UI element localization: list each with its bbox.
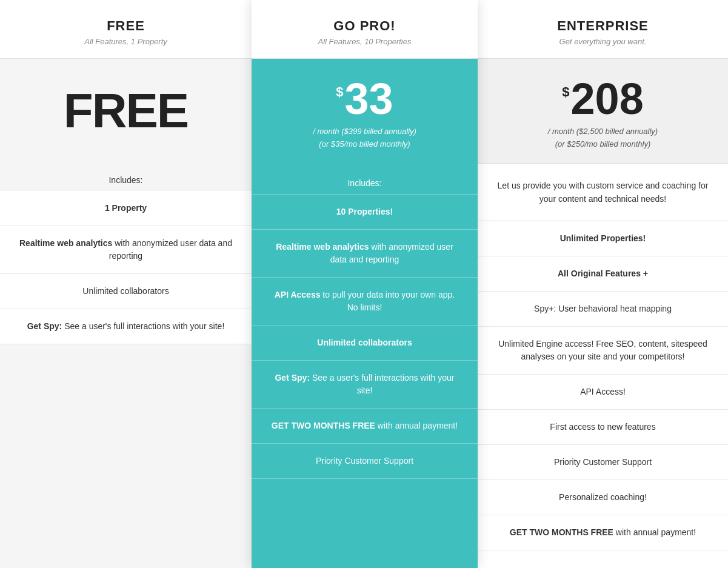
pro-price-dollar: $ — [336, 84, 343, 100]
pro-feature-api-bold: API Access — [275, 290, 321, 299]
free-price-box: FREE — [0, 59, 252, 163]
pro-feature-spy-rest: See a user's full interactions with your… — [310, 373, 454, 395]
pro-price-desc: / month ($399 billed annually) (or $35/m… — [264, 125, 466, 151]
enterprise-feature-engine: Unlimited Engine access! Free SEO, conte… — [478, 327, 728, 375]
pro-price-amount: $ 33 — [264, 77, 466, 121]
pro-price-desc-line2: (or $35/mo billed monthly) — [319, 139, 410, 149]
pro-feature-support: Priority Customer Support — [252, 444, 478, 479]
enterprise-feature-twomonths-bold: GET TWO MONTHS FREE — [510, 527, 613, 537]
free-feature-collaborators: Unlimited collaborators — [0, 274, 252, 309]
enterprise-price-number: 208 — [571, 77, 644, 121]
free-feature-analytics-rest: with anonymized user data and reporting — [109, 238, 232, 261]
pro-feature-spy: Get Spy: See a user's full interactions … — [252, 361, 478, 409]
enterprise-price-desc-line2: (or $250/mo billed monthly) — [555, 139, 651, 149]
enterprise-feature-properties-bold: Unlimited Properties! — [560, 233, 646, 243]
enterprise-feature-twomonths: GET TWO MONTHS FREE with annual payment! — [478, 515, 728, 550]
pro-feature-collaborators-bold: Unlimited collaborators — [317, 338, 412, 347]
enterprise-feature-spy-plus: Spy+: User behavioral heat mapping — [478, 292, 728, 327]
enterprise-feature-support-text: Priority Customer Support — [554, 457, 652, 467]
pro-price-number: 33 — [345, 77, 393, 121]
pro-price-box: $ 33 / month ($399 billed annually) (or … — [252, 59, 478, 166]
enterprise-custom-desc: Let us provide you with custom service a… — [478, 164, 728, 222]
free-feature-analytics: Realtime web analytics with anonymized u… — [0, 226, 252, 274]
pro-feature-twomonths: GET TWO MONTHS FREE with annual payment! — [252, 409, 478, 444]
free-feature-property-bold: 1 Property — [105, 203, 147, 213]
pro-feature-api: API Access to pull your data into your o… — [252, 278, 478, 326]
pro-plan-name: GO PRO! — [264, 18, 466, 34]
pro-price-desc-line1: / month ($399 billed annually) — [313, 127, 416, 136]
free-feature-spy-rest: See a user's full interactions with your… — [62, 321, 224, 331]
pro-feature-support-text: Priority Customer Support — [316, 456, 413, 466]
enterprise-features-list: Unlimited Properties! All Original Featu… — [478, 221, 728, 568]
free-plan-header: FREE All Features, 1 Property — [0, 0, 252, 59]
enterprise-feature-original: All Original Features + — [478, 256, 728, 292]
pro-feature-property-bold: 10 Properties! — [336, 207, 393, 216]
pro-feature-analytics-bold: Realtime web analytics — [276, 242, 369, 252]
pro-plan-header: GO PRO! All Features, 10 Properties — [252, 0, 478, 59]
enterprise-feature-properties: Unlimited Properties! — [478, 221, 728, 256]
free-feature-collaborators-text: Unlimited collaborators — [82, 286, 169, 296]
free-feature-spy: Get Spy: See a user's full interactions … — [0, 309, 252, 344]
enterprise-price-dollar: $ — [562, 84, 569, 100]
pro-feature-twomonths-rest: with annual payment! — [375, 421, 458, 430]
enterprise-feature-coaching-text: Personalized coaching! — [559, 492, 647, 502]
enterprise-feature-support: Priority Customer Support — [478, 445, 728, 480]
free-plan-subtitle: All Features, 1 Property — [12, 37, 239, 46]
pro-feature-analytics: Realtime web analytics with anonymized u… — [252, 230, 478, 278]
enterprise-feature-api: API Access! — [478, 375, 728, 410]
pro-includes-label: Includes: — [252, 166, 478, 195]
pro-feature-spy-bold: Get Spy: — [275, 373, 310, 383]
pro-plan-column: GO PRO! All Features, 10 Properties $ 33… — [252, 0, 478, 568]
enterprise-plan-header: ENTERPRISE Get everything you want. — [478, 0, 728, 59]
pro-features-list: Includes: 10 Properties! Realtime web an… — [252, 166, 478, 568]
free-features-list: Includes: 1 Property Realtime web analyt… — [0, 163, 252, 568]
enterprise-feature-original-bold: All Original Features + — [558, 269, 648, 278]
free-plan-column: FREE All Features, 1 Property FREE Inclu… — [0, 0, 252, 568]
free-feature-property: 1 Property — [0, 191, 252, 226]
enterprise-price-desc-line1: / month ($2,500 billed annually) — [548, 127, 658, 136]
free-feature-analytics-bold: Realtime web analytics — [19, 238, 112, 248]
enterprise-feature-spy-plus-text: Spy+: User behavioral heat mapping — [534, 304, 672, 313]
pricing-container: FREE All Features, 1 Property FREE Inclu… — [0, 0, 728, 568]
enterprise-price-amount: $ 208 — [490, 77, 716, 121]
enterprise-price-box: $ 208 / month ($2,500 billed annually) (… — [478, 59, 728, 164]
enterprise-feature-first-access-text: First access to new features — [550, 422, 655, 432]
enterprise-feature-first-access: First access to new features — [478, 410, 728, 445]
enterprise-feature-engine-text: Unlimited Engine access! Free SEO, conte… — [498, 339, 707, 361]
enterprise-feature-coaching: Personalized coaching! — [478, 480, 728, 515]
enterprise-plan-name: ENTERPRISE — [490, 18, 716, 34]
enterprise-price-desc: / month ($2,500 billed annually) (or $25… — [490, 125, 716, 151]
enterprise-feature-twomonths-rest: with annual payment! — [613, 527, 696, 537]
pro-feature-collaborators: Unlimited collaborators — [252, 326, 478, 361]
pro-plan-subtitle: All Features, 10 Properties — [264, 37, 466, 46]
free-plan-name: FREE — [12, 18, 239, 34]
pro-feature-property: 10 Properties! — [252, 195, 478, 230]
enterprise-feature-api-text: API Access! — [580, 387, 626, 396]
free-price-value: FREE — [12, 83, 239, 139]
enterprise-plan-subtitle: Get everything you want. — [490, 37, 716, 46]
pro-feature-api-rest: to pull your data into your own app. No … — [320, 290, 455, 312]
free-feature-spy-bold: Get Spy: — [27, 321, 62, 331]
free-includes-label: Includes: — [0, 163, 252, 191]
pro-feature-twomonths-bold: GET TWO MONTHS FREE — [272, 421, 375, 430]
enterprise-plan-column: ENTERPRISE Get everything you want. $ 20… — [478, 0, 728, 568]
